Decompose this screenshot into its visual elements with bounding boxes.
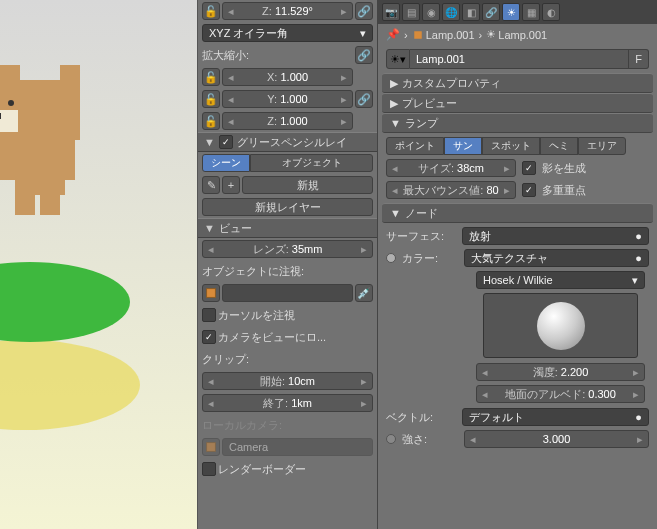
color-select[interactable]: 大気テクスチャ●	[464, 249, 649, 267]
object-browse-icon[interactable]	[202, 284, 220, 302]
chevron-icon: ›	[404, 29, 408, 41]
gpencil-scene-tab[interactable]: シーン	[202, 154, 250, 172]
props-tabs: 📷 ▤ ◉ 🌐 ◧ 🔗 ☀ ▦ ◐	[378, 0, 657, 24]
local-camera-label: ローカルカメラ:	[202, 418, 282, 433]
preview-header[interactable]: ▶プレビュー	[382, 93, 653, 113]
max-bounce-field[interactable]: ◂最大バウンス値: 80▸	[386, 181, 516, 199]
lock-object-field[interactable]	[222, 284, 353, 302]
sky-model-select[interactable]: Hosek / Wilkie▾	[476, 271, 645, 289]
gpencil-object-tab[interactable]: オブジェクト	[250, 154, 373, 172]
disclosure-icon: ▼	[204, 136, 215, 148]
breadcrumb-data[interactable]: ☀Lamp.001	[486, 28, 547, 41]
render-tab-icon[interactable]: 📷	[382, 3, 400, 21]
disc-yellow	[0, 340, 140, 430]
gpencil-browse-icon[interactable]: ✎	[202, 176, 220, 194]
svg-rect-2	[414, 31, 422, 39]
physics-tab-icon[interactable]: ◐	[542, 3, 560, 21]
lamp-name-field: ☀▾ Lamp.001 F	[386, 49, 649, 69]
surface-select[interactable]: 放射●	[462, 227, 649, 245]
disc-green	[0, 262, 130, 342]
lock-icon[interactable]: 🔓	[202, 2, 220, 20]
lock-z-icon[interactable]: 🔓	[202, 112, 220, 130]
clip-start-field[interactable]: ◂開始: 10cm▸	[202, 372, 373, 390]
incr-arrow[interactable]: ▸	[340, 5, 348, 18]
shadow-label: 影を生成	[542, 161, 586, 176]
gpencil-new-btn[interactable]: 新規	[242, 176, 373, 194]
plus-icon[interactable]: +	[222, 176, 240, 194]
breadcrumb: 📌 › Lamp.001 › ☀Lamp.001	[378, 24, 657, 45]
shadow-check[interactable]	[522, 161, 536, 175]
fake-user-button[interactable]: F	[629, 49, 649, 69]
datablock-browse-icon[interactable]: ☀▾	[386, 49, 410, 69]
rot-mode-value: XYZ オイラー角	[209, 26, 288, 41]
clip-label: クリップ:	[202, 352, 249, 367]
lock-x-icon[interactable]: 🔓	[202, 68, 220, 86]
strength-socket[interactable]	[386, 434, 396, 444]
clip-end-field[interactable]: ◂終了: 1km▸	[202, 394, 373, 412]
world-tab-icon[interactable]: 🌐	[442, 3, 460, 21]
link-icon[interactable]: 🔗	[355, 2, 373, 20]
turbidity-field[interactable]: ◂濁度: 2.200▸	[476, 363, 645, 381]
object-tab-icon[interactable]: ◧	[462, 3, 480, 21]
lock-object-label: オブジェクトに注視:	[202, 264, 304, 279]
sky-preview[interactable]	[483, 293, 638, 358]
albedo-field[interactable]: ◂地面のアルベド: 0.300▸	[476, 385, 645, 403]
breadcrumb-object[interactable]: Lamp.001	[412, 29, 475, 41]
lamp-type-point[interactable]: ポイント	[386, 137, 444, 155]
n-panel: 🔓 ◂ Z: 11.529° ▸ 🔗 XYZ オイラー角▾ 拡大縮小:🔗 🔓 ◂…	[197, 0, 377, 529]
texture-tab-icon[interactable]: ▦	[522, 3, 540, 21]
surface-label: サーフェス:	[386, 229, 456, 244]
lock-y-icon[interactable]: 🔓	[202, 90, 220, 108]
lamp-size-field[interactable]: ◂サイズ: 38cm▸	[386, 159, 516, 177]
scene-tab-icon[interactable]: ◉	[422, 3, 440, 21]
link-scale-icon[interactable]: 🔗	[355, 46, 373, 64]
decr-arrow[interactable]: ◂	[227, 5, 235, 18]
lock-cursor-check[interactable]	[202, 308, 216, 322]
gpencil-header[interactable]: ▼ グリースペンシルレイ	[198, 132, 377, 152]
z-rotation-field[interactable]: ◂ Z: 11.529° ▸	[222, 2, 353, 20]
lamp-type-hemi[interactable]: ヘミ	[540, 137, 578, 155]
rotation-mode-select[interactable]: XYZ オイラー角▾	[202, 24, 373, 42]
view-header[interactable]: ▼ ビュー	[198, 218, 377, 238]
scale-z-field[interactable]: ◂Z: 1.000▸	[222, 112, 353, 130]
chevron-icon: ›	[479, 29, 483, 41]
nodes-header[interactable]: ▼ノード	[382, 203, 653, 223]
custom-props-header[interactable]: ▶カスタムプロパティ	[382, 73, 653, 93]
lock-camera-check[interactable]	[202, 330, 216, 344]
lamp-type-spot[interactable]: スポット	[482, 137, 540, 155]
constraint-tab-icon[interactable]: 🔗	[482, 3, 500, 21]
lamp-type-area[interactable]: エリア	[578, 137, 626, 155]
lamp-data-tab-icon[interactable]: ☀	[502, 3, 520, 21]
link-y-icon[interactable]: 🔗	[355, 90, 373, 108]
color-socket[interactable]	[386, 253, 396, 263]
dot-icon: ●	[635, 252, 642, 264]
lock-cursor-label: カーソルを注視	[218, 308, 295, 323]
dot-icon: ●	[635, 411, 642, 423]
strength-field[interactable]: ◂3.000▸	[464, 430, 649, 448]
strength-label: 強さ:	[402, 432, 458, 447]
render-border-check[interactable]	[202, 462, 216, 476]
pin-icon[interactable]: 📌	[386, 28, 400, 41]
gpencil-title: グリースペンシルレイ	[237, 135, 347, 150]
layers-tab-icon[interactable]: ▤	[402, 3, 420, 21]
lamp-name-input[interactable]: Lamp.001	[410, 49, 629, 69]
lens-field[interactable]: ◂レンズ: 35mm▸	[202, 240, 373, 258]
sun-icon: ☀	[486, 28, 496, 41]
viewport-3d[interactable]	[0, 0, 197, 529]
gpencil-new-layer-btn[interactable]: 新規レイヤー	[202, 198, 373, 216]
mis-check[interactable]	[522, 183, 536, 197]
gpencil-enable[interactable]	[219, 135, 233, 149]
color-label: カラー:	[402, 251, 458, 266]
scale-y-field[interactable]: ◂Y: 1.000▸	[222, 90, 353, 108]
mis-label: 多重重点	[542, 183, 586, 198]
lamp-header[interactable]: ▼ランプ	[382, 113, 653, 133]
camera-browse-icon	[202, 438, 220, 456]
z-rot-value: 11.529°	[275, 5, 313, 17]
scale-x-field[interactable]: ◂X: 1.000▸	[222, 68, 353, 86]
vector-label: ベクトル:	[386, 410, 456, 425]
svg-rect-1	[207, 443, 216, 452]
lamp-type-sun[interactable]: サン	[444, 137, 482, 155]
vector-select[interactable]: デフォルト●	[462, 408, 649, 426]
eyedropper-icon[interactable]: 💉	[355, 284, 373, 302]
svg-rect-0	[207, 289, 216, 298]
